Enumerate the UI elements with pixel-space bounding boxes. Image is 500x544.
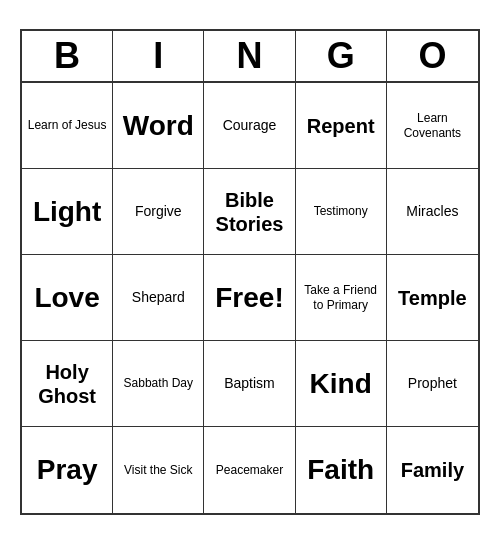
cell-text-24: Family xyxy=(401,458,464,482)
cell-text-15: Holy Ghost xyxy=(25,360,109,408)
bingo-cell-20[interactable]: Pray xyxy=(22,427,113,513)
bingo-cell-11[interactable]: Shepard xyxy=(113,255,204,341)
bingo-cell-12[interactable]: Free! xyxy=(204,255,295,341)
bingo-cell-18[interactable]: Kind xyxy=(296,341,387,427)
bingo-cell-4[interactable]: Learn Covenants xyxy=(387,83,478,169)
cell-text-0: Learn of Jesus xyxy=(28,118,107,132)
bingo-cell-8[interactable]: Testimony xyxy=(296,169,387,255)
bingo-cell-24[interactable]: Family xyxy=(387,427,478,513)
header-letter-g: G xyxy=(296,31,387,81)
cell-text-14: Temple xyxy=(398,286,467,310)
cell-text-13: Take a Friend to Primary xyxy=(299,283,383,312)
bingo-cell-19[interactable]: Prophet xyxy=(387,341,478,427)
header-letter-i: I xyxy=(113,31,204,81)
bingo-cell-22[interactable]: Peacemaker xyxy=(204,427,295,513)
bingo-cell-5[interactable]: Light xyxy=(22,169,113,255)
cell-text-18: Kind xyxy=(310,367,372,401)
cell-text-2: Courage xyxy=(223,117,277,134)
bingo-cell-10[interactable]: Love xyxy=(22,255,113,341)
cell-text-16: Sabbath Day xyxy=(124,376,193,390)
cell-text-17: Baptism xyxy=(224,375,275,392)
cell-text-12: Free! xyxy=(215,281,283,315)
cell-text-9: Miracles xyxy=(406,203,458,220)
header-letter-o: O xyxy=(387,31,478,81)
cell-text-3: Repent xyxy=(307,114,375,138)
bingo-grid: Learn of JesusWordCourageRepentLearn Cov… xyxy=(22,83,478,513)
bingo-cell-7[interactable]: Bible Stories xyxy=(204,169,295,255)
cell-text-5: Light xyxy=(33,195,101,229)
bingo-cell-17[interactable]: Baptism xyxy=(204,341,295,427)
cell-text-10: Love xyxy=(34,281,99,315)
cell-text-7: Bible Stories xyxy=(207,188,291,236)
bingo-cell-14[interactable]: Temple xyxy=(387,255,478,341)
cell-text-21: Visit the Sick xyxy=(124,463,192,477)
bingo-cell-23[interactable]: Faith xyxy=(296,427,387,513)
bingo-cell-16[interactable]: Sabbath Day xyxy=(113,341,204,427)
bingo-cell-9[interactable]: Miracles xyxy=(387,169,478,255)
header-letter-b: B xyxy=(22,31,113,81)
bingo-cell-0[interactable]: Learn of Jesus xyxy=(22,83,113,169)
header-letter-n: N xyxy=(204,31,295,81)
cell-text-1: Word xyxy=(123,109,194,143)
bingo-header: BINGO xyxy=(22,31,478,83)
bingo-cell-3[interactable]: Repent xyxy=(296,83,387,169)
cell-text-8: Testimony xyxy=(314,204,368,218)
cell-text-11: Shepard xyxy=(132,289,185,306)
cell-text-4: Learn Covenants xyxy=(390,111,475,140)
cell-text-6: Forgive xyxy=(135,203,182,220)
bingo-cell-13[interactable]: Take a Friend to Primary xyxy=(296,255,387,341)
bingo-cell-6[interactable]: Forgive xyxy=(113,169,204,255)
cell-text-23: Faith xyxy=(307,453,374,487)
bingo-cell-21[interactable]: Visit the Sick xyxy=(113,427,204,513)
bingo-cell-2[interactable]: Courage xyxy=(204,83,295,169)
cell-text-22: Peacemaker xyxy=(216,463,283,477)
cell-text-19: Prophet xyxy=(408,375,457,392)
bingo-card: BINGO Learn of JesusWordCourageRepentLea… xyxy=(20,29,480,515)
bingo-cell-15[interactable]: Holy Ghost xyxy=(22,341,113,427)
bingo-cell-1[interactable]: Word xyxy=(113,83,204,169)
cell-text-20: Pray xyxy=(37,453,98,487)
